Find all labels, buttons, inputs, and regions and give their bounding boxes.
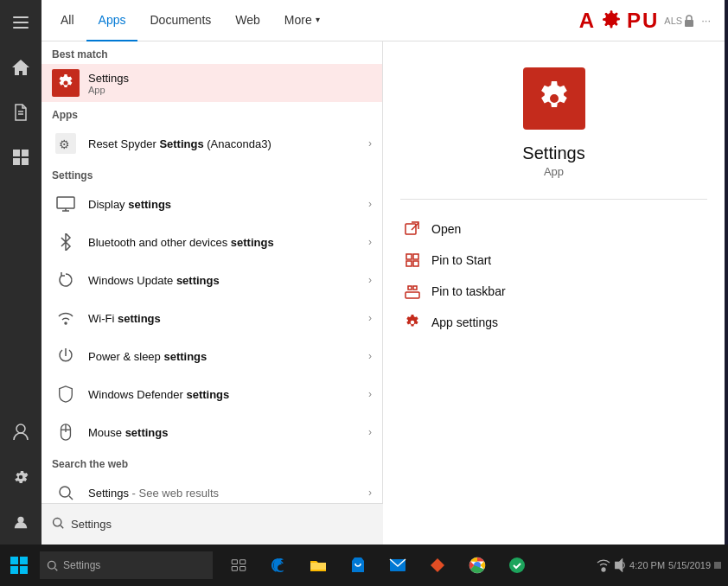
green-circle-icon <box>508 557 526 574</box>
results-panel: Best match Settings App Apps <box>42 41 383 545</box>
power-chevron-icon: › <box>368 350 372 362</box>
power-icon <box>52 342 80 370</box>
action-pin-taskbar-label: Pin to taskbar <box>431 284 506 298</box>
svg-rect-42 <box>232 567 237 571</box>
search-bottom-bar: Settings <box>42 503 383 545</box>
tab-web[interactable]: Web <box>223 0 272 41</box>
action-pin-start[interactable]: Pin to Start <box>400 245 707 276</box>
settings-section-label: Settings <box>42 162 382 185</box>
result-wifi-settings[interactable]: Wi-Fi settings › <box>42 299 382 337</box>
defender-icon <box>52 380 80 408</box>
defender-chevron-icon: › <box>368 388 372 400</box>
result-update-text: Windows Update settings <box>88 274 368 287</box>
tab-all[interactable]: All <box>48 0 86 41</box>
mail-icon <box>389 558 406 572</box>
taskbar-clock: 4:20 PM <box>629 560 665 570</box>
taskbar-search-box[interactable]: Settings <box>40 551 213 579</box>
detail-app-icon-wrap <box>523 67 585 130</box>
web-section-label: Search the web <box>42 451 382 474</box>
detail-app-type: App <box>400 165 707 178</box>
tab-more[interactable]: More ▾ <box>272 0 332 41</box>
pin-start-icon <box>404 252 421 269</box>
settings-icon[interactable] <box>0 455 42 500</box>
svg-marker-49 <box>616 559 623 571</box>
result-web-text: Settings - See web results <box>88 487 368 500</box>
result-update-settings[interactable]: Windows Update settings › <box>42 261 382 299</box>
detail-app-name: Settings <box>400 143 707 163</box>
taskbar-task-view[interactable] <box>220 545 258 586</box>
wifi-icon <box>52 304 80 332</box>
taskbar-network-icon <box>597 558 610 572</box>
taskbar-notification-icon[interactable] <box>714 562 721 569</box>
svg-rect-5 <box>13 150 20 156</box>
taskbar-start-button[interactable] <box>0 545 38 586</box>
result-power-settings[interactable]: Power & sleep settings › <box>42 337 382 375</box>
user-icon[interactable] <box>0 410 42 455</box>
svg-line-39 <box>54 568 57 570</box>
svg-point-9 <box>16 424 25 433</box>
detail-divider <box>400 199 707 200</box>
settings-app-icon <box>52 69 80 97</box>
detail-gear-icon <box>537 81 572 116</box>
document-icon[interactable] <box>0 90 42 135</box>
result-settings-subtitle: App <box>88 85 372 95</box>
svg-rect-0 <box>13 16 29 18</box>
action-open-label: Open <box>431 222 461 236</box>
result-power-text: Power & sleep settings <box>88 350 368 363</box>
person-icon[interactable] <box>0 500 42 545</box>
taskbar-matlab[interactable] <box>418 545 457 586</box>
watermark: A PU ALS <box>579 9 682 33</box>
svg-rect-27 <box>406 261 412 266</box>
grid-icon[interactable] <box>0 135 42 180</box>
svg-point-32 <box>54 519 61 526</box>
taskbar-volume-icon <box>614 558 626 572</box>
svg-text:⚙: ⚙ <box>59 137 70 151</box>
action-app-settings-label: App settings <box>431 315 498 329</box>
svg-rect-36 <box>10 566 18 574</box>
tab-documents[interactable]: Documents <box>137 0 223 41</box>
result-bluetooth-settings[interactable]: Bluetooth and other devices settings › <box>42 223 382 261</box>
svg-rect-29 <box>406 292 419 298</box>
hamburger-icon[interactable] <box>0 0 42 45</box>
result-settings-main[interactable]: Settings App <box>42 64 382 102</box>
result-settings-text: Settings App <box>88 72 372 95</box>
action-open[interactable]: Open <box>400 213 707 245</box>
search-tabs: All Apps Documents Web More ▾ A PU ALS <box>42 0 725 41</box>
svg-point-38 <box>48 561 55 569</box>
result-update-title: Windows Update settings <box>88 274 368 287</box>
action-pin-taskbar[interactable]: Pin to taskbar <box>400 276 707 307</box>
result-defender-settings[interactable]: Windows Defender settings › <box>42 375 382 413</box>
result-display-title: Display settings <box>88 198 368 211</box>
taskbar-green-app[interactable] <box>498 545 536 586</box>
result-spyder-title: Reset Spyder Settings (Anaconda3) <box>88 137 368 150</box>
bluetooth-chevron-icon: › <box>368 236 372 248</box>
home-icon[interactable] <box>0 45 42 90</box>
mouse-chevron-icon: › <box>368 426 372 438</box>
windows-sidebar <box>0 0 42 545</box>
svg-point-10 <box>17 517 23 523</box>
result-wifi-title: Wi-Fi settings <box>88 312 368 325</box>
app-settings-icon <box>404 314 421 331</box>
action-app-settings[interactable]: App settings <box>400 307 707 338</box>
result-spyder[interactable]: ⚙ Reset Spyder Settings (Anaconda3) › <box>42 124 382 162</box>
taskbar-explorer[interactable] <box>299 545 337 586</box>
taskbar-edge[interactable] <box>259 545 297 586</box>
apps-section-label: Apps <box>42 102 382 124</box>
ellipsis-icon[interactable]: ··· <box>701 14 711 27</box>
result-web-title: Settings - See web results <box>88 487 368 500</box>
svg-point-48 <box>509 557 525 573</box>
search-bottom-text[interactable]: Settings <box>71 518 112 531</box>
tab-apps[interactable]: Apps <box>86 0 138 41</box>
folder-icon <box>310 557 327 573</box>
taskbar-mail[interactable] <box>379 545 417 586</box>
svg-line-22 <box>69 496 73 500</box>
svg-rect-7 <box>13 158 20 165</box>
taskbar-store[interactable] <box>339 545 377 586</box>
svg-rect-6 <box>22 150 29 156</box>
result-mouse-settings[interactable]: Mouse settings › <box>42 413 382 451</box>
svg-rect-12 <box>685 20 693 27</box>
result-display-settings[interactable]: Display settings › <box>42 185 382 223</box>
taskbar-chrome[interactable] <box>458 545 496 586</box>
display-icon <box>52 190 80 218</box>
spyder-chevron-icon: › <box>368 137 372 150</box>
